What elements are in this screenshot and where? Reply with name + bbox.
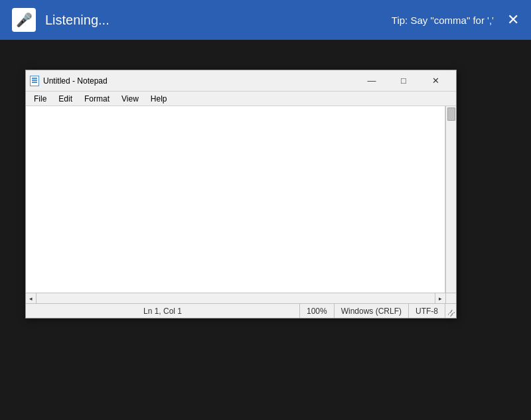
hscroll-end — [445, 293, 456, 304]
hscroll-right-arrow[interactable]: ▸ — [435, 293, 445, 304]
menu-file[interactable]: File — [29, 93, 52, 105]
hscroll-track[interactable] — [37, 293, 435, 303]
horizontal-scrollbar[interactable]: ◂ ▸ — [26, 293, 456, 303]
voice-bar: 🎤 Listening... Tip: Say "comma" for ',' … — [0, 0, 531, 40]
status-zoom: 100% — [300, 304, 335, 318]
resize-grip-icon — [448, 310, 455, 316]
notepad-app-icon — [30, 76, 39, 86]
menu-help[interactable]: Help — [145, 93, 173, 105]
menu-edit[interactable]: Edit — [53, 93, 78, 105]
status-bar: Ln 1, Col 1 100% Windows (CRLF) UTF-8 — [26, 303, 456, 318]
menu-bar: File Edit Format View Help — [26, 92, 456, 106]
maximize-button[interactable]: □ — [388, 74, 419, 88]
mic-icon: 🎤 — [16, 12, 33, 28]
hscroll-left-arrow[interactable]: ◂ — [26, 293, 37, 304]
vertical-scrollbar[interactable] — [445, 106, 456, 293]
status-encoding: UTF-8 — [409, 304, 445, 318]
voice-right: Tip: Say "comma" for ',' ✕ — [392, 13, 519, 27]
close-button[interactable]: ✕ — [420, 74, 451, 88]
title-bar: Untitled - Notepad — □ ✕ — [26, 70, 456, 92]
scrollbar-thumb[interactable] — [447, 107, 455, 121]
voice-left: 🎤 Listening... — [12, 8, 110, 32]
status-line-ending: Windows (CRLF) — [335, 304, 409, 318]
window-title: Untitled - Notepad — [43, 76, 108, 86]
mic-icon-wrapper: 🎤 — [12, 8, 36, 32]
tip-text: Tip: Say "comma" for ',' — [392, 15, 494, 26]
status-position: Ln 1, Col 1 — [26, 304, 300, 318]
title-buttons: — □ ✕ — [356, 74, 451, 88]
menu-format[interactable]: Format — [79, 93, 115, 105]
voice-close-button[interactable]: ✕ — [507, 13, 519, 27]
notepad-window: Untitled - Notepad — □ ✕ File Edit Forma… — [25, 70, 457, 318]
resize-grip[interactable] — [445, 304, 456, 318]
title-left: Untitled - Notepad — [30, 76, 108, 86]
editor-wrapper — [26, 106, 456, 293]
menu-view[interactable]: View — [116, 93, 144, 105]
text-editor[interactable] — [26, 106, 445, 293]
listening-text: Listening... — [45, 13, 110, 28]
minimize-button[interactable]: — — [356, 74, 387, 88]
